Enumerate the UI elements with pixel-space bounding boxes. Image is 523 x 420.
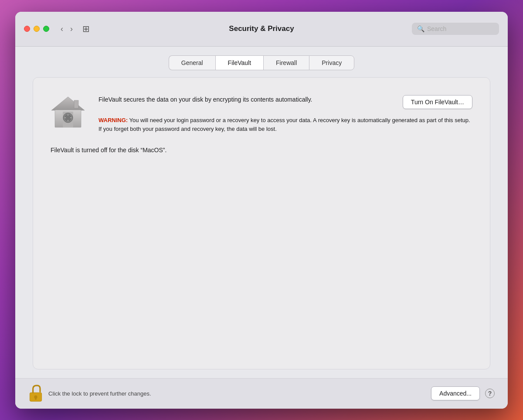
lock-area[interactable]: Click the lock to prevent further change… <box>28 385 151 402</box>
panel-text-group: FileVault secures the data on your disk … <box>98 95 472 133</box>
filevault-description: FileVault secures the data on your disk … <box>98 95 312 104</box>
warning-body: You will need your login password or a r… <box>98 117 470 132</box>
minimize-button[interactable] <box>34 26 40 32</box>
svg-rect-12 <box>35 398 37 400</box>
panel-top: FileVault secures the data on your disk … <box>51 95 472 133</box>
window-title: Security & Privacy <box>229 24 294 33</box>
titlebar: ‹ › ⊞ Security & Privacy 🔍 <box>15 12 508 47</box>
help-button[interactable]: ? <box>485 389 495 398</box>
traffic-lights <box>24 26 49 32</box>
content-area: General FileVault Firewall Privacy <box>15 47 508 378</box>
svg-marker-0 <box>51 97 85 110</box>
nav-buttons: ‹ › <box>58 23 75 34</box>
filevault-icon <box>51 95 85 130</box>
turn-on-filevault-button[interactable]: Turn On FileVault… <box>403 95 472 109</box>
tab-filevault[interactable]: FileVault <box>215 55 263 70</box>
forward-button[interactable]: › <box>68 23 75 34</box>
tabs-container: General FileVault Firewall Privacy <box>33 55 490 70</box>
warning-label: WARNING: <box>98 117 128 123</box>
lock-text: Click the lock to prevent further change… <box>48 390 151 397</box>
grid-icon[interactable]: ⊞ <box>82 24 90 34</box>
close-button[interactable] <box>24 26 30 32</box>
bottom-bar: Click the lock to prevent further change… <box>15 378 508 409</box>
warning-text: WARNING: You will need your login passwo… <box>98 116 472 133</box>
filevault-panel: FileVault secures the data on your disk … <box>33 77 490 369</box>
main-window: ‹ › ⊞ Security & Privacy 🔍 General FileV… <box>15 12 508 409</box>
back-button[interactable]: ‹ <box>58 23 66 34</box>
tab-privacy[interactable]: Privacy <box>309 55 354 70</box>
search-icon: 🔍 <box>417 25 425 32</box>
bottom-right: Advanced... ? <box>431 386 495 400</box>
filevault-status: FileVault is turned off for the disk “Ma… <box>51 147 472 154</box>
advanced-button[interactable]: Advanced... <box>431 386 480 400</box>
search-box[interactable]: 🔍 <box>412 23 499 35</box>
tab-firewall[interactable]: Firewall <box>263 55 309 70</box>
svg-rect-9 <box>74 100 78 108</box>
search-input[interactable] <box>427 25 494 32</box>
description-and-button: FileVault secures the data on your disk … <box>98 95 472 109</box>
tab-general[interactable]: General <box>169 55 215 70</box>
maximize-button[interactable] <box>43 26 49 32</box>
lock-icon <box>28 385 43 402</box>
